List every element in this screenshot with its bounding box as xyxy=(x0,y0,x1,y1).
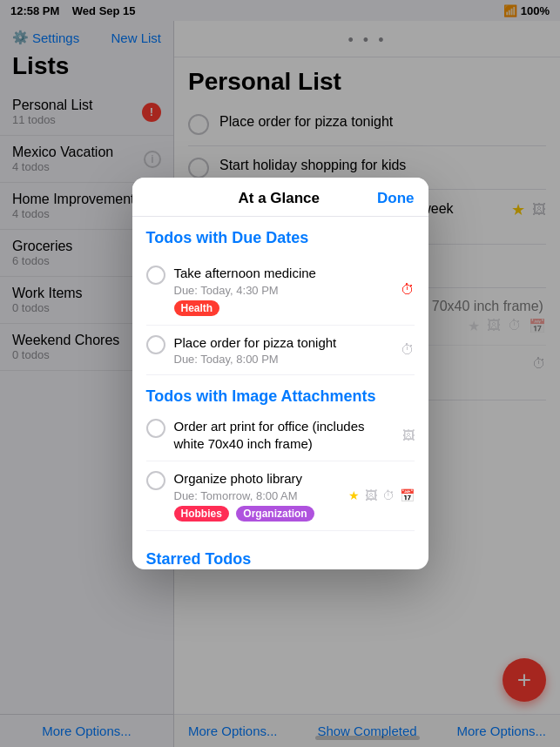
modal-todo-text-art: Order art print for office (includes whi… xyxy=(174,418,394,452)
modal-header: At a Glance Done xyxy=(132,178,428,217)
modal-image-title: Todos with Image Attachments xyxy=(146,387,415,406)
modal-todo-photo-library: Organize photo library Due: Tomorrow, 8:… xyxy=(146,461,415,531)
modal-image-attachments-section: Todos with Image Attachments Order art p… xyxy=(132,375,428,538)
tag-organization: Organization xyxy=(236,506,314,522)
modal-todo-text-photo: Organize photo library xyxy=(174,470,340,488)
modal-todo-content-photo: Organize photo library Due: Tomorrow, 8:… xyxy=(174,470,340,522)
modal-due-dates-section: Todos with Due Dates Take afternoon medi… xyxy=(132,217,428,375)
modal-done-button[interactable]: Done xyxy=(377,190,415,207)
at-a-glance-modal: At a Glance Done Todos with Due Dates Ta… xyxy=(132,178,428,569)
modal-todo-checkbox-medicine[interactable] xyxy=(146,266,165,285)
image-icon-art: 🖼 xyxy=(402,428,415,442)
modal-todo-checkbox-art[interactable] xyxy=(146,419,165,438)
modal-todo-tags-photo: Hobbies Organization xyxy=(174,502,340,522)
modal-due-dates-title: Todos with Due Dates xyxy=(146,229,415,247)
modal-todo-content-medicine: Take afternoon medicine Due: Today, 4:30… xyxy=(174,265,392,316)
modal-title: At a Glance xyxy=(181,190,378,207)
image-icon-photo: 🖼 xyxy=(365,488,377,502)
modal-todo-text-medicine: Take afternoon medicine xyxy=(174,265,392,282)
modal-todo-actions-photo: ★ 🖼 ⏱ 📅 xyxy=(348,488,415,502)
modal-todo-medicine: Take afternoon medicine Due: Today, 4:30… xyxy=(146,256,415,326)
modal-starred-title: Starred Todos xyxy=(146,550,415,569)
clock-icon-photo: ⏱ xyxy=(382,488,395,502)
modal-todo-content-pizza: Place order for pizza tonight Due: Today… xyxy=(174,334,392,367)
modal-starred-section: Starred Todos xyxy=(132,538,428,570)
modal-todo-due-photo: Due: Tomorrow, 8:00 AM xyxy=(174,489,340,502)
clock-icon-modal-pizza: ⏱ xyxy=(401,342,415,358)
modal-overlay[interactable]: At a Glance Done Todos with Due Dates Ta… xyxy=(0,0,560,747)
modal-todo-checkbox-pizza[interactable] xyxy=(146,335,165,354)
modal-todo-actions-art: 🖼 xyxy=(402,428,415,442)
tag-health: Health xyxy=(174,300,220,316)
modal-todo-text-pizza: Place order for pizza tonight xyxy=(174,334,392,352)
clock-red-icon: ⏱ xyxy=(401,282,415,298)
calendar-icon-photo: 📅 xyxy=(400,488,415,502)
modal-todo-due-medicine: Due: Today, 4:30 PM xyxy=(174,284,392,297)
modal-todo-pizza: Place order for pizza tonight Due: Today… xyxy=(146,326,415,376)
star-icon-photo[interactable]: ★ xyxy=(348,488,360,502)
tag-hobbies: Hobbies xyxy=(174,506,229,522)
modal-todo-content-art: Order art print for office (includes whi… xyxy=(174,418,394,452)
modal-todo-art-print: Order art print for office (includes whi… xyxy=(146,409,415,461)
modal-todo-due-pizza: Due: Today, 8:00 PM xyxy=(174,353,392,366)
modal-todo-checkbox-photo[interactable] xyxy=(146,471,165,490)
